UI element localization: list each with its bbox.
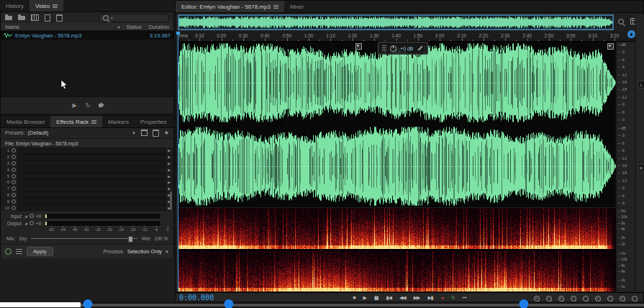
slot-field[interactable]	[18, 186, 165, 192]
col-duration[interactable]: Duration	[149, 24, 169, 30]
input-power-icon[interactable]	[30, 214, 34, 218]
hud-volume-knob[interactable]	[390, 45, 396, 52]
sort-icon[interactable]: ▲	[117, 24, 120, 29]
slot-arrow-icon[interactable]: ▶	[168, 161, 171, 166]
process-value[interactable]: Selection Only	[127, 248, 162, 255]
mix-slider[interactable]	[31, 238, 137, 239]
slot-power-icon[interactable]	[12, 168, 16, 172]
zoom-tool-icon[interactable]: +	[534, 296, 540, 302]
zoom-tool-icon[interactable]: −	[571, 296, 576, 302]
zoom-tool-icon[interactable]: −	[607, 296, 613, 302]
waveform-display[interactable]	[178, 42, 616, 207]
slot-power-icon[interactable]	[12, 161, 16, 166]
slot-arrow-icon[interactable]: ▶	[168, 148, 171, 153]
zoom-overview-icon[interactable]	[618, 19, 624, 24]
slot-power-icon[interactable]	[12, 186, 16, 191]
slot-power-icon[interactable]	[12, 199, 16, 204]
slot-power-icon[interactable]	[12, 155, 16, 159]
video-progress-filled[interactable]	[0, 302, 81, 307]
effect-slot[interactable]: 7▶	[1, 186, 173, 192]
tutorial-marker-dot[interactable]	[627, 30, 635, 38]
slot-field[interactable]	[18, 166, 165, 173]
import-file-icon[interactable]	[18, 16, 25, 20]
col-name[interactable]: Name	[5, 24, 19, 30]
effect-slot[interactable]: 2▶	[1, 154, 173, 160]
panel-menu-icon[interactable]	[91, 120, 96, 124]
video-chapter-dot[interactable]	[83, 299, 93, 308]
vertical-scrollbar[interactable]: L R	[635, 14, 644, 291]
video-progress-track[interactable]	[81, 304, 644, 307]
video-chapter-dot[interactable]	[225, 299, 234, 308]
delete-preset-icon[interactable]	[153, 130, 159, 137]
tab-mixer[interactable]: Mixer	[284, 1, 310, 12]
input-fader-icon[interactable]: ◢	[24, 214, 27, 218]
spot-tool-icon[interactable]	[355, 43, 362, 50]
tab-effects-rack[interactable]: Effects Rack	[50, 116, 102, 127]
spectral-display[interactable]	[178, 208, 616, 291]
open-file-icon[interactable]	[5, 16, 12, 20]
tab-history[interactable]: History	[0, 0, 30, 12]
playhead[interactable]	[178, 32, 178, 291]
waveform-right-channel[interactable]	[178, 125, 616, 207]
process-dropdown-icon[interactable]: ▼	[165, 250, 169, 254]
slot-arrow-icon[interactable]: ▶	[168, 168, 171, 172]
panel-menu-icon[interactable]	[273, 5, 278, 9]
apply-button[interactable]: Apply	[27, 247, 53, 256]
slot-arrow-icon[interactable]: ▶	[168, 180, 171, 184]
slot-power-icon[interactable]	[12, 180, 16, 184]
timeline-ruler[interactable]: hms 0:100:200:300:400:501:001:101:201:30…	[178, 32, 636, 42]
rack-power-icon[interactable]	[5, 248, 12, 255]
view-options-icon[interactable]	[607, 43, 614, 50]
preview-play-icon[interactable]: ▶	[73, 102, 77, 109]
tab-video[interactable]: Video	[30, 0, 63, 12]
slot-arrow-icon[interactable]: ▶	[168, 186, 171, 191]
zoom-tool-icon[interactable]: +	[558, 296, 564, 302]
slot-power-icon[interactable]	[12, 193, 16, 197]
delete-icon[interactable]	[56, 14, 63, 22]
output-power-icon[interactable]	[30, 221, 34, 225]
file-row[interactable]: Emlyn Vaughan - 5678.mp3 3:19.967	[1, 31, 173, 40]
output-fader-icon[interactable]: ◢	[24, 221, 27, 225]
col-status[interactable]: Status	[126, 24, 141, 30]
files-list[interactable]: Emlyn Vaughan - 5678.mp3 3:19.967	[1, 31, 173, 97]
preset-dropdown-icon[interactable]: ▼	[132, 131, 136, 135]
tab-markers[interactable]: Markers	[102, 116, 135, 127]
zoom-tool-icon[interactable]	[583, 296, 589, 302]
overview-waveform[interactable]	[178, 14, 614, 30]
slot-field[interactable]	[18, 198, 165, 204]
hud-grip-icon[interactable]	[382, 45, 386, 51]
effect-slot[interactable]: 8▶	[1, 192, 173, 199]
panel-menu-icon[interactable]	[53, 4, 58, 8]
effect-slot[interactable]: 5▶	[1, 173, 173, 179]
slot-field[interactable]	[18, 160, 165, 167]
preview-speaker-icon[interactable]	[99, 104, 101, 107]
tab-editor[interactable]: Editor: Emlyn Vaughan - 5678.mp3	[176, 1, 284, 12]
slot-field[interactable]	[18, 148, 165, 154]
spectrogram-right-channel[interactable]	[178, 250, 616, 291]
slot-power-icon[interactable]	[12, 206, 16, 210]
favorite-star-icon[interactable]: ★	[164, 130, 169, 136]
effect-slot[interactable]: 1▶	[1, 148, 173, 154]
new-file-icon[interactable]	[45, 14, 50, 22]
slot-arrow-icon[interactable]: ▶	[168, 155, 171, 159]
slot-field[interactable]	[18, 173, 165, 179]
save-preset-icon[interactable]	[141, 130, 148, 136]
channel-badge-right[interactable]: R	[638, 164, 644, 172]
slot-power-icon[interactable]	[12, 174, 16, 178]
slot-field[interactable]	[18, 191, 165, 198]
hud-edit-icon[interactable]	[417, 45, 422, 50]
effect-slot[interactable]: 10▶	[1, 204, 173, 211]
zoom-tool-icon[interactable]: −	[546, 296, 552, 302]
files-column-header[interactable]: Name ▲ Status Duration	[1, 23, 173, 31]
effect-slot[interactable]: 4▶	[1, 166, 173, 173]
channel-badge-left[interactable]: L	[638, 81, 644, 89]
slot-field[interactable]	[18, 179, 165, 186]
zoom-tool-icon[interactable]: +	[595, 296, 601, 302]
media-icon[interactable]	[31, 14, 39, 21]
search-input[interactable]: ▾	[99, 14, 169, 22]
time-display[interactable]: 0:00.000	[179, 294, 214, 302]
preview-loop-icon[interactable]: ↻	[86, 102, 91, 109]
preset-value[interactable]: (Default)	[28, 130, 49, 136]
mix-slider-handle[interactable]	[128, 236, 133, 243]
tab-properties[interactable]: Properties	[135, 116, 172, 127]
